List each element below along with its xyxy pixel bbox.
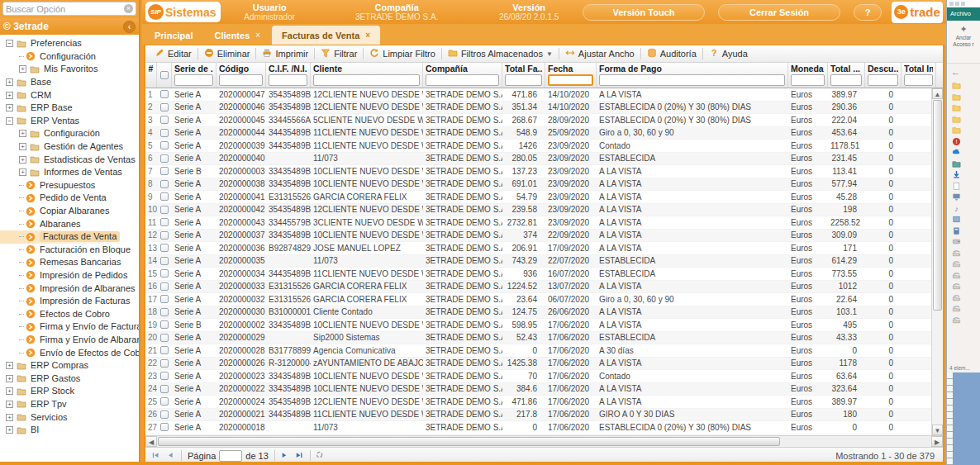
row-checkbox[interactable] xyxy=(160,192,169,201)
table-row[interactable]: 16Serie A2020000033E31315526GARCIA CORER… xyxy=(145,281,931,294)
sidebar-item-remesas-bancarias[interactable]: Remesas Bancarias xyxy=(0,256,139,269)
folder-icon[interactable] xyxy=(952,114,980,126)
vertical-scrollbar[interactable]: ▲ ▼ xyxy=(931,88,943,435)
row-checkbox[interactable] xyxy=(160,90,169,98)
folder-icon[interactable] xyxy=(952,80,980,92)
sidebar-item-erp-ventas[interactable]: −ERP Ventas xyxy=(0,115,139,128)
column-header-total-imp-[interactable]: Total Imp... xyxy=(902,63,936,88)
monitor-icon[interactable] xyxy=(952,192,980,203)
row-checkbox[interactable] xyxy=(160,269,169,278)
sidebar-item-albaranes[interactable]: Albaranes xyxy=(0,217,139,230)
column-header-c-digo[interactable]: Código xyxy=(216,63,266,88)
eliminar-button[interactable]: Eliminar xyxy=(198,45,256,62)
filter-input-descu-[interactable] xyxy=(868,74,898,86)
sidebar-item-bi[interactable]: +BI xyxy=(0,424,139,437)
table-row[interactable]: 23Serie A202000002333435489B10CLIENTE NU… xyxy=(145,370,931,383)
tab-principal[interactable]: Principal xyxy=(145,26,202,45)
collapse-sidebar-icon[interactable]: ‹ xyxy=(123,21,136,33)
table-row[interactable]: 5Serie A202000003934435489B11CLIENTE NUE… xyxy=(145,140,931,153)
horizontal-scrollbar[interactable]: ◀ ▶ xyxy=(145,435,943,447)
row-checkbox[interactable] xyxy=(160,320,169,329)
version-touch-button[interactable]: Versión Touch xyxy=(583,4,705,21)
shared-folder-icon[interactable] xyxy=(952,248,980,259)
close-tab-icon[interactable]: × xyxy=(365,31,370,40)
help-button[interactable]: ? xyxy=(854,4,882,21)
row-checkbox[interactable] xyxy=(160,257,169,265)
select-all-checkbox[interactable] xyxy=(160,71,169,79)
row-checkbox[interactable] xyxy=(160,397,169,406)
row-checkbox[interactable] xyxy=(160,295,169,303)
close-tab-icon[interactable]: × xyxy=(255,31,260,40)
row-checkbox[interactable] xyxy=(160,103,169,112)
sidebar-item-erp-compras[interactable]: +ERP Compras xyxy=(0,359,139,372)
ajustar-ancho-button[interactable]: Ajustar Ancho xyxy=(559,45,640,62)
scroll-right-icon[interactable]: ▶ xyxy=(931,436,943,447)
horizontal-scroll-thumb[interactable] xyxy=(158,437,780,446)
alert-icon[interactable]: ! xyxy=(952,136,980,148)
expand-icon[interactable]: + xyxy=(6,414,13,421)
sidebar-item-configuraci-n[interactable]: +Configuración xyxy=(0,127,139,140)
table-row[interactable]: 1Serie A202000004735435489B12CLIENTE NUE… xyxy=(145,88,931,102)
scroll-up-icon[interactable]: ▲ xyxy=(932,88,943,99)
table-row[interactable]: 15Serie A202000003434435489B11CLIENTE NU… xyxy=(145,268,931,281)
sidebar-item-pedido-de-venta[interactable]: Pedido de Venta xyxy=(0,192,139,205)
row-checkbox[interactable] xyxy=(160,346,169,354)
table-row[interactable]: 7Serie B202000000333435489B10CLIENTE NUE… xyxy=(145,165,931,178)
filtros-almacenados-button[interactable]: Filtros Almacenados▼ xyxy=(442,45,559,62)
column-header-descu-[interactable]: Descu... xyxy=(865,63,902,88)
row-checkbox[interactable] xyxy=(160,116,169,124)
column-header-total-fa-[interactable]: Total Fa... xyxy=(502,63,545,88)
collapse-icon[interactable]: − xyxy=(6,117,13,125)
sidebar-item-impresi-n-de-pedidos[interactable]: Impresión de Pedidos xyxy=(0,269,139,282)
folder-icon[interactable] xyxy=(952,102,980,114)
expand-icon[interactable]: + xyxy=(6,401,13,408)
filter-input-compa-a[interactable] xyxy=(426,74,499,86)
column-header-compa-a[interactable]: Compañía xyxy=(423,63,502,88)
row-checkbox[interactable] xyxy=(160,308,169,316)
filter-input-total-[interactable] xyxy=(830,74,862,86)
calculator-icon[interactable] xyxy=(952,225,980,237)
sidebar-item-erp-tpv[interactable]: +ERP Tpv xyxy=(0,398,139,411)
expand-icon[interactable]: + xyxy=(19,130,26,137)
row-checkbox[interactable] xyxy=(160,167,169,175)
table-row[interactable]: 8Serie A202000003833435489B10CLIENTE NUE… xyxy=(145,178,931,192)
sidebar-item-configuraci-n[interactable]: Configuración xyxy=(0,50,139,64)
sidebar-item-firma-y-env-o-de-facturas[interactable]: Firma y Envío de Facturas xyxy=(0,320,139,334)
table-row[interactable]: 3Serie A202000004533445566A5CLIENTE NUEV… xyxy=(145,114,931,127)
filtrar-button[interactable]: Filtrar xyxy=(315,45,363,62)
row-checkbox[interactable] xyxy=(160,154,169,163)
sidebar-item-informes-de-ventas[interactable]: +Informes de Ventas xyxy=(0,166,139,179)
filter-input-moneda[interactable] xyxy=(791,74,825,86)
table-row[interactable]: 25Serie A202000002435435489B12CLIENTE NU… xyxy=(145,396,931,409)
table-row[interactable]: 18Serie A2020000030B31000001Cliente Cont… xyxy=(145,306,931,320)
row-checkbox[interactable] xyxy=(160,129,169,137)
ayuda-button[interactable]: ?Ayuda xyxy=(703,45,754,62)
filter-input-fecha[interactable] xyxy=(548,74,593,86)
sidebar-item-gesti-n-de-agentes[interactable]: +Gestión de Agentes xyxy=(0,140,139,154)
search-input[interactable] xyxy=(6,4,124,14)
table-row[interactable]: 13Serie A2020000036B92874829JOSE MANUEL … xyxy=(145,242,931,255)
column-header-total-[interactable]: Total ... xyxy=(828,63,865,88)
table-row[interactable]: 21Serie A2020000028B31778899Agencia Comu… xyxy=(145,344,931,358)
auditor-a-button[interactable]: Auditoría xyxy=(641,45,702,62)
filter-input-total-fa-[interactable] xyxy=(505,74,542,86)
folder-icon[interactable] xyxy=(952,92,980,103)
collapse-icon[interactable]: − xyxy=(6,40,13,47)
table-row[interactable]: 24Serie A202000002233435489B10CLIENTE NU… xyxy=(145,383,931,396)
row-checkbox[interactable] xyxy=(160,231,169,240)
column-header-fecha[interactable]: Fecha xyxy=(545,63,597,88)
explorer-file-menu[interactable]: Archivo xyxy=(947,7,980,21)
table-row[interactable]: 19Serie B202000000233435489B10CLIENTE NU… xyxy=(145,319,931,332)
row-checkbox[interactable] xyxy=(160,359,169,368)
table-row[interactable]: 27Serie A202000001811/0733ETRADE DEMO S.… xyxy=(145,421,931,434)
filter-input-total-imp-[interactable] xyxy=(904,74,933,86)
refresh-icon[interactable] xyxy=(313,449,328,463)
sidebar-item-firma-y-env-o-de-albaranes[interactable]: Firma y Envío de Albaranes xyxy=(0,334,139,347)
filter-input-c-i-f-n-i-f-[interactable] xyxy=(269,74,307,86)
pin-icon[interactable]: ✦ xyxy=(947,24,980,35)
expand-icon[interactable]: + xyxy=(6,104,13,112)
column-header-serie-de-[interactable]: Serie de ... xyxy=(172,63,216,88)
expand-icon[interactable]: + xyxy=(19,168,26,176)
cloud-icon[interactable] xyxy=(952,147,980,159)
sidebar-item-efectos-de-cobro[interactable]: Efectos de Cobro xyxy=(0,307,139,320)
